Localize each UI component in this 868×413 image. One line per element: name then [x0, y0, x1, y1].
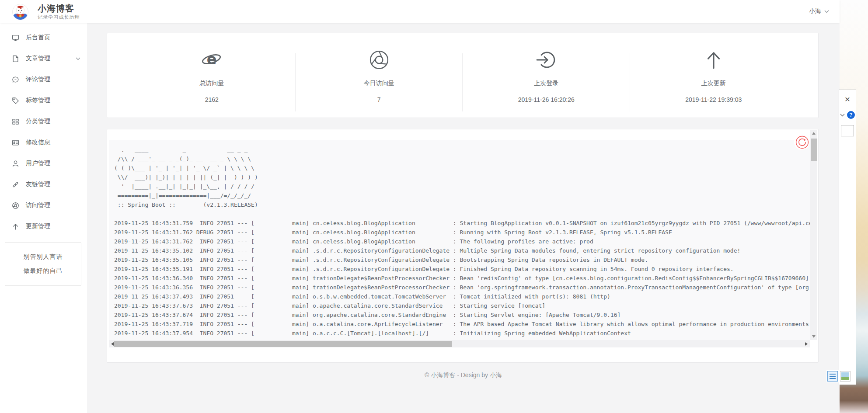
arrow-up-icon [704, 50, 724, 70]
tag-icon [12, 97, 19, 104]
app-header: 小海博客 记录学习成长历程 小海 [0, 0, 840, 23]
login-icon [536, 50, 557, 70]
list-view-icon[interactable] [827, 371, 838, 382]
sidebar-item-label: 更新管理 [26, 222, 50, 230]
idcard-icon [12, 139, 19, 146]
blog-admin-app: 小海博客 记录学习成长历程 小海 后台首页 文章管理 [0, 0, 840, 413]
stat-label: 总访问量 [128, 80, 296, 87]
svg-text:e: e [207, 51, 217, 68]
log-output: . ____ _ __ _ _ /\\ / ___'_ __ _ _(_)_ _… [109, 140, 810, 340]
motto-box: 别管别人言语 做最好的自己 [5, 242, 81, 286]
chevron-down-icon [76, 57, 80, 60]
logo-avatar [12, 4, 28, 20]
sidebar-item-dashboard[interactable]: 后台首页 [0, 27, 87, 48]
stat-label: 今日访问量 [296, 80, 463, 87]
horizontal-scrollbar[interactable] [109, 340, 810, 347]
sidebar-item-label: 分类管理 [26, 118, 50, 125]
ie-icon: e [202, 50, 222, 70]
stat-total-visits: e 总访问量 2162 [128, 33, 296, 118]
sidebar-item-categories[interactable]: 分类管理 [0, 111, 87, 132]
sidebar-item-profile[interactable]: 修改信息 [0, 132, 87, 153]
stat-last-update: 上次更新 2019-11-22 19:39:03 [630, 33, 798, 118]
sidebar-item-label: 文章管理 [26, 55, 50, 62]
scroll-down-arrow[interactable] [812, 335, 816, 338]
sidebar-item-tags[interactable]: 标签管理 [0, 90, 87, 111]
stat-last-login: 上次登录 2019-11-26 16:20:26 [463, 33, 630, 118]
sidebar-item-links[interactable]: 友链管理 [0, 174, 87, 195]
chrome-icon [369, 50, 389, 70]
link-icon [12, 181, 19, 188]
stat-value: 2162 [128, 96, 296, 103]
comment-icon [12, 76, 19, 83]
username: 小海 [809, 7, 821, 15]
site-title: 小海博客 [38, 3, 80, 13]
vertical-scroll-thumb[interactable] [811, 139, 817, 161]
sidebar-item-label: 访问管理 [26, 201, 50, 209]
stat-value: 7 [296, 96, 463, 103]
chevron-down-icon [824, 10, 829, 13]
stats-panel: e 总访问量 2162 今日访问量 7 [107, 33, 819, 118]
visit-icon [12, 202, 19, 209]
scroll-right-arrow[interactable] [805, 342, 808, 346]
scroll-left-arrow[interactable] [111, 342, 114, 346]
sidebar-item-label: 用户管理 [26, 160, 50, 167]
sidebar-item-label: 修改信息 [26, 139, 50, 146]
sidebar-item-articles[interactable]: 文章管理 [0, 48, 87, 69]
scroll-up-arrow[interactable] [812, 132, 816, 135]
log-panel: . ____ _ __ _ _ /\\ / ___'_ __ _ _(_)_ _… [107, 129, 819, 363]
sidebar-item-label: 友链管理 [26, 180, 50, 188]
stat-label: 上次登录 [463, 80, 630, 87]
article-icon [12, 55, 19, 62]
log-console: . ____ _ __ _ _ /\\ / ___'_ __ _ _(_)_ _… [109, 130, 817, 347]
sidebar-item-label: 评论管理 [26, 76, 50, 83]
motto-line-1: 别管别人言语 [24, 253, 63, 261]
vertical-scrollbar[interactable] [810, 130, 817, 340]
sidebar-item-comments[interactable]: 评论管理 [0, 69, 87, 90]
motto-line-2: 做最好的自己 [24, 267, 63, 275]
user-menu[interactable]: 小海 [809, 0, 829, 23]
footer-copyright: © 小海博客 - Design by 小海 [87, 371, 840, 379]
springboot-banner: . ____ _ __ _ _ /\\ / ___'_ __ _ _(_)_ _… [114, 145, 810, 209]
image-thumbnail-icon[interactable] [840, 371, 851, 382]
sidebar-item-updates[interactable]: 更新管理 [0, 216, 87, 237]
stat-value: 2019-11-26 16:20:26 [463, 96, 630, 103]
close-icon[interactable]: × [839, 94, 856, 104]
stat-label: 上次更新 [630, 80, 798, 87]
chevron-down-icon[interactable] [840, 114, 845, 117]
sidebar: 后台首页 文章管理 评论管理 标签管理 [0, 23, 87, 413]
category-icon [12, 118, 19, 125]
main-content: e 总访问量 2162 今日访问量 7 [87, 23, 840, 413]
sidebar-item-label: 后台首页 [26, 34, 50, 42]
partial-overlay-window: × ? [839, 90, 856, 385]
sidebar-item-users[interactable]: 用户管理 [0, 153, 87, 174]
brand: 小海博客 记录学习成长历程 [12, 3, 80, 21]
help-icon[interactable]: ? [847, 111, 855, 119]
horizontal-scroll-thumb[interactable] [114, 341, 452, 347]
stat-value: 2019-11-22 19:39:03 [630, 96, 798, 103]
user-icon [12, 160, 19, 167]
update-icon [12, 223, 19, 230]
desktop-icon [12, 34, 19, 42]
log-lines: 2019-11-25 16:43:31.759 INFO 27051 --- [… [114, 219, 810, 340]
overlay-input[interactable] [841, 125, 854, 136]
sidebar-item-label: 标签管理 [26, 97, 50, 104]
sidebar-item-visits[interactable]: 访问管理 [0, 195, 87, 216]
refresh-icon [795, 135, 809, 149]
site-subtitle: 记录学习成长历程 [38, 14, 80, 21]
stat-today-visits: 今日访问量 7 [296, 33, 463, 118]
refresh-button[interactable] [794, 134, 810, 150]
